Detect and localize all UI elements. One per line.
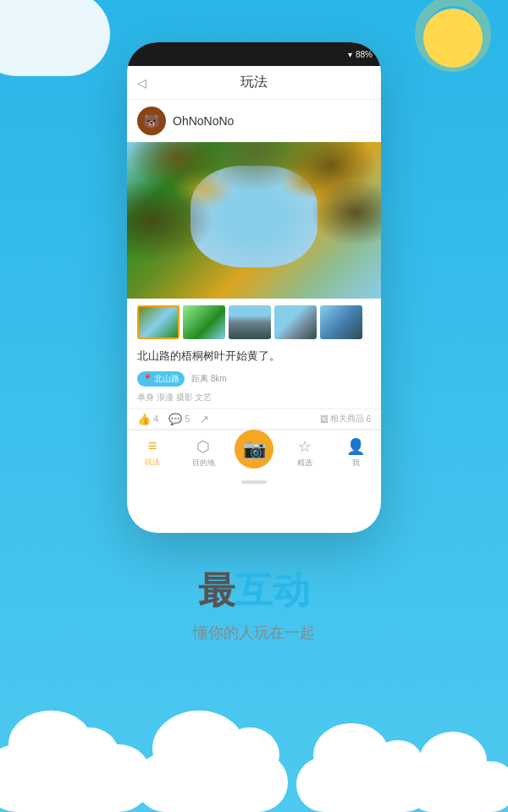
like-icon: 👍 — [137, 413, 151, 425]
nav-item-mudidi[interactable]: ⬡ 目的地 — [178, 437, 229, 469]
cloud-bottom-1 — [0, 744, 152, 812]
nav-item-jingxuan[interactable]: ☆ 精选 — [279, 437, 330, 469]
thumbnail-5[interactable] — [320, 305, 362, 339]
action-row: 👍 4 💬 5 ↗ 🖼 相关商品 6 — [127, 409, 381, 430]
related-count: 6 — [366, 414, 371, 424]
back-icon[interactable]: ◁ — [137, 76, 146, 90]
like-count: 4 — [153, 414, 158, 424]
post-description: 北山路的梧桐树叶开始黄了。 — [127, 346, 381, 370]
cloud-top-left — [0, 0, 110, 76]
action-group-left: 👍 4 💬 5 ↗ — [137, 413, 209, 425]
bottom-subtitle: 懂你的人玩在一起 — [0, 623, 508, 643]
thumbnails-row — [127, 299, 381, 346]
thumbnail-1[interactable] — [137, 305, 179, 339]
mudidi-label: 目的地 — [192, 458, 215, 469]
bottom-title: 最互动 — [0, 566, 508, 616]
wo-icon: 👤 — [346, 437, 365, 456]
tree-overlay — [127, 142, 381, 299]
status-bar: ▾ 88% — [127, 42, 381, 66]
location-tag[interactable]: 📍 北山路 — [137, 371, 185, 387]
bottom-text-section: 最互动 懂你的人玩在一起 — [0, 566, 508, 643]
page-indicator — [127, 475, 381, 489]
wifi-icon: ▾ — [348, 50, 352, 59]
tags-row: 📍 北山路 距离 8km — [127, 370, 381, 390]
app-bar: ◁ 玩法 — [127, 66, 381, 100]
distance-text: 距离 8km — [191, 373, 227, 385]
share-icon: ↗ — [200, 413, 209, 425]
avatar[interactable]: 🐻 — [137, 107, 166, 135]
jingxuan-icon: ☆ — [298, 437, 312, 456]
indicator-dot — [241, 480, 267, 484]
app-title: 玩法 — [240, 74, 268, 91]
username: OhNoNoNo — [173, 114, 234, 128]
phone-mockup: ▾ 88% ◁ 玩法 🐻 OhNoNoNo 北山路的梧桐树叶开始黄了。 📍 北山… — [127, 42, 381, 533]
nav-item-camera[interactable]: 📷 — [229, 430, 279, 475]
jingxuan-label: 精选 — [297, 458, 312, 469]
main-image — [127, 142, 381, 299]
location-name: 北山路 — [154, 373, 179, 385]
related-label: 相关商品 — [330, 413, 364, 425]
bottom-title-prefix: 最 — [198, 569, 235, 611]
thumbnail-4[interactable] — [274, 305, 317, 339]
user-tags: 单身 浪漫 摄影 文艺 — [127, 390, 381, 409]
camera-icon: 📷 — [243, 438, 266, 460]
mudidi-icon: ⬡ — [196, 437, 210, 456]
battery-icon: 88% — [356, 50, 373, 59]
sun — [423, 8, 483, 68]
camera-button[interactable]: 📷 — [235, 430, 273, 469]
wo-label: 我 — [352, 458, 360, 469]
share-button[interactable]: ↗ — [200, 413, 209, 425]
thumbnail-2[interactable] — [183, 305, 225, 339]
wanfa-icon: ≡ — [148, 437, 157, 455]
thumbnail-3[interactable] — [229, 305, 271, 339]
nav-item-wanfa[interactable]: ≡ 玩法 — [127, 437, 178, 468]
user-row: 🐻 OhNoNoNo — [127, 100, 381, 142]
clouds-bottom — [0, 643, 508, 812]
like-button[interactable]: 👍 4 — [137, 413, 158, 425]
nav-item-wo[interactable]: 👤 我 — [330, 437, 381, 469]
related-products[interactable]: 🖼 相关商品 6 — [320, 413, 371, 425]
comment-button[interactable]: 💬 5 — [168, 413, 190, 425]
cloud-bottom-2 — [135, 753, 288, 812]
cloud-bottom-4 — [406, 761, 508, 812]
bottom-nav: ≡ 玩法 ⬡ 目的地 📷 ☆ 精选 👤 我 — [127, 430, 381, 475]
comment-icon: 💬 — [168, 413, 182, 425]
bottom-title-highlight: 互动 — [235, 569, 310, 611]
wanfa-label: 玩法 — [145, 457, 160, 468]
related-icon: 🖼 — [320, 414, 329, 424]
location-icon: 📍 — [142, 374, 152, 383]
comment-count: 5 — [185, 414, 190, 424]
